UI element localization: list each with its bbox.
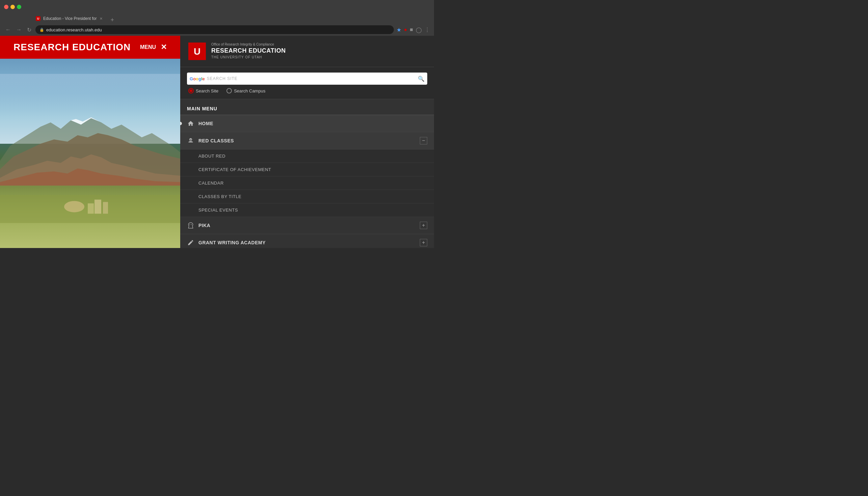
home-label: HOME bbox=[199, 121, 427, 126]
menu-dots[interactable]: ⋮ bbox=[424, 27, 430, 33]
search-campus-radio[interactable] bbox=[227, 88, 232, 93]
browser-chrome bbox=[0, 0, 434, 14]
home-icon bbox=[187, 120, 195, 127]
grant-writing-label: GRANT WRITING ACADEMY bbox=[199, 240, 420, 245]
search-submit-icon[interactable]: 🔍 bbox=[418, 76, 424, 82]
submenu-certificate[interactable]: CERTIFICATE OF ACHIEVEMENT bbox=[180, 163, 434, 176]
search-bar[interactable]: Google SEARCH SITE 🔍 bbox=[187, 73, 427, 85]
active-tab[interactable]: U Education - Vice President for ✕ bbox=[30, 14, 108, 24]
search-site-label: Search Site bbox=[196, 89, 218, 93]
search-campus-label: Search Campus bbox=[234, 89, 265, 93]
traffic-lights bbox=[4, 5, 21, 9]
extension-icon-2[interactable]: ■ bbox=[410, 27, 413, 33]
site-header: RESEARCH EDUCATION MENU ✕ bbox=[0, 36, 180, 59]
red-classes-label: RED CLASSES bbox=[199, 138, 420, 143]
svg-rect-9 bbox=[88, 203, 94, 214]
search-site-option[interactable]: Search Site bbox=[188, 88, 218, 93]
back-button[interactable]: ← bbox=[4, 25, 12, 34]
tab-favicon: U bbox=[36, 16, 41, 21]
sidebar-title-block: Office of Research Integrity & Complianc… bbox=[211, 43, 286, 59]
menu-close-icon[interactable]: ✕ bbox=[161, 43, 167, 52]
extension-icon-1[interactable]: ● bbox=[404, 27, 407, 33]
search-campus-option[interactable]: Search Campus bbox=[227, 88, 265, 93]
nav-extras: ★ ● ■ ◯ ⋮ bbox=[397, 27, 430, 33]
new-tab-button[interactable]: + bbox=[108, 17, 117, 24]
tab-title: Education - Vice President for bbox=[43, 16, 97, 21]
red-classes-submenu: ABOUT RED CERTIFICATE OF ACHIEVEMENT CAL… bbox=[180, 150, 434, 217]
address-bar[interactable]: 🔒 education.research.utah.edu bbox=[35, 25, 394, 34]
menu-item-home[interactable]: HOME bbox=[180, 115, 434, 132]
forward-button[interactable]: → bbox=[15, 25, 23, 34]
city-svg bbox=[0, 186, 180, 223]
submenu-special-events[interactable]: SPECIAL EVENTS bbox=[180, 203, 434, 217]
grant-writing-icon bbox=[187, 239, 195, 246]
svg-rect-8 bbox=[103, 202, 108, 214]
sidebar: U Office of Research Integrity & Complia… bbox=[180, 36, 434, 248]
close-button[interactable] bbox=[4, 5, 9, 9]
grant-writing-expand[interactable]: + bbox=[420, 239, 427, 246]
svg-point-6 bbox=[64, 201, 84, 212]
search-area: Google SEARCH SITE 🔍 Search Site Search … bbox=[180, 67, 434, 99]
nav-bar: ← → ↻ 🔒 education.research.utah.edu ★ ● … bbox=[0, 24, 434, 36]
hero-image bbox=[0, 59, 180, 248]
website-content: RESEARCH EDUCATION MENU ✕ bbox=[0, 36, 180, 248]
red-classes-icon bbox=[187, 137, 195, 144]
menu-item-grant-writing[interactable]: GRANT WRITING ACADEMY + bbox=[180, 234, 434, 248]
bookmark-icon[interactable]: ★ bbox=[397, 27, 401, 33]
home-indicator bbox=[180, 122, 182, 125]
svg-point-14 bbox=[190, 224, 190, 225]
menu-label: MENU bbox=[140, 44, 156, 50]
maximize-button[interactable] bbox=[17, 5, 21, 9]
sidebar-university: THE UNIVERSITY OF UTAH bbox=[211, 55, 286, 59]
red-classes-expand[interactable]: − bbox=[420, 137, 427, 144]
submenu-about-red[interactable]: ABOUT RED bbox=[180, 150, 434, 163]
search-site-radio[interactable] bbox=[188, 88, 194, 93]
cloud-layer bbox=[0, 74, 180, 112]
profile-icon[interactable]: ◯ bbox=[416, 27, 422, 33]
valley-layer bbox=[0, 186, 180, 248]
sidebar-subtitle: Office of Research Integrity & Complianc… bbox=[211, 43, 286, 47]
menu-item-pika[interactable]: PIKA + bbox=[180, 217, 434, 234]
site-title: RESEARCH EDUCATION bbox=[14, 42, 130, 53]
url-text: education.research.utah.edu bbox=[46, 27, 102, 32]
svg-point-13 bbox=[190, 139, 191, 140]
main-area: RESEARCH EDUCATION MENU ✕ bbox=[0, 36, 434, 248]
tab-close-button[interactable]: ✕ bbox=[99, 17, 103, 21]
mountain-svg bbox=[0, 110, 180, 195]
pika-expand[interactable]: + bbox=[420, 222, 427, 229]
sidebar-main-title: RESEARCH EDUCATION bbox=[211, 47, 286, 55]
google-logo: Google bbox=[190, 76, 205, 81]
pika-label: PIKA bbox=[199, 223, 420, 228]
submenu-calendar[interactable]: CALENDAR bbox=[180, 176, 434, 190]
reload-button[interactable]: ↻ bbox=[26, 25, 33, 34]
menu-toggle-area[interactable]: MENU ✕ bbox=[140, 43, 167, 52]
university-logo: U bbox=[188, 43, 206, 60]
submenu-classes-by-title[interactable]: CLASSES BY TITLE bbox=[180, 190, 434, 203]
search-options: Search Site Search Campus bbox=[187, 85, 427, 93]
sidebar-header: U Office of Research Integrity & Complia… bbox=[180, 36, 434, 67]
svg-rect-7 bbox=[94, 200, 101, 214]
main-menu-label: MAIN MENU bbox=[180, 99, 434, 115]
tab-bar: U Education - Vice President for ✕ + bbox=[0, 14, 434, 24]
minimize-button[interactable] bbox=[11, 5, 15, 9]
pika-icon bbox=[187, 222, 195, 229]
menu-item-red-classes[interactable]: RED CLASSES − bbox=[180, 132, 434, 150]
security-icon: 🔒 bbox=[40, 28, 44, 32]
svg-text:U: U bbox=[194, 46, 200, 57]
search-placeholder: SEARCH SITE bbox=[207, 76, 416, 81]
svg-point-15 bbox=[191, 224, 192, 225]
